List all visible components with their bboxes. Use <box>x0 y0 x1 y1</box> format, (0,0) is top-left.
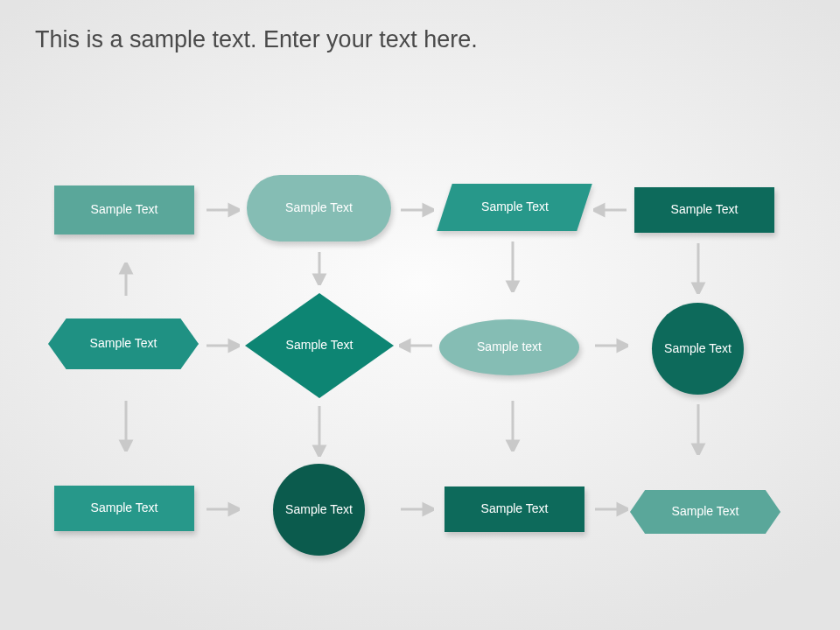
arrow-right-icon <box>399 201 434 219</box>
node-label: Sample Text <box>91 202 158 218</box>
arrow-right-icon <box>205 201 240 219</box>
node-hexagon: Sample Text <box>48 318 199 369</box>
arrow-right-icon <box>399 500 434 518</box>
node-label: Sample Text <box>671 202 738 218</box>
flowchart-canvas: Sample Text Sample Text Sample Text Samp… <box>0 0 840 630</box>
arrow-down-icon <box>504 240 522 292</box>
node-label: Sample Text <box>285 502 353 518</box>
node-label: Sample Text <box>286 338 354 354</box>
node-diamond: Sample Text <box>245 293 394 398</box>
arrow-right-icon <box>593 337 628 354</box>
node-rect-teal-light: Sample Text <box>54 186 194 234</box>
arrow-left-icon <box>593 201 628 219</box>
arrow-down-icon <box>504 399 522 452</box>
node-label: Sample Text <box>90 336 158 352</box>
node-hexagon-light: Sample Text <box>630 490 780 534</box>
arrow-right-icon <box>593 500 628 518</box>
arrow-left-icon <box>399 337 434 354</box>
node-label: Sample Text <box>481 501 549 517</box>
arrow-down-icon <box>311 250 328 285</box>
node-label: Sample Text <box>664 341 732 357</box>
node-label: Sample Text <box>481 200 549 215</box>
node-rect-dark: Sample Text <box>634 187 774 233</box>
node-rect-darkest: Sample Text <box>444 486 584 532</box>
node-circle-dark: Sample Text <box>652 303 744 395</box>
node-label: Sample Text <box>91 500 158 516</box>
arrow-right-icon <box>205 500 240 518</box>
node-parallelogram: Sample Text <box>437 184 592 231</box>
arrow-down-icon <box>690 402 707 455</box>
arrow-down-icon <box>117 399 135 452</box>
node-rounded-rect: Sample Text <box>247 175 391 242</box>
node-label: Sample Text <box>672 504 739 520</box>
node-circle-darkest: Sample Text <box>273 464 365 556</box>
arrow-down-icon <box>311 404 328 457</box>
node-rect-teal: Sample Text <box>54 486 194 531</box>
node-label: Sample Text <box>285 200 353 216</box>
node-label: Sample text <box>477 340 542 355</box>
arrow-right-icon <box>205 337 240 354</box>
arrow-up-icon <box>117 262 135 298</box>
arrow-down-icon <box>690 242 707 294</box>
node-ellipse: Sample text <box>439 319 579 375</box>
